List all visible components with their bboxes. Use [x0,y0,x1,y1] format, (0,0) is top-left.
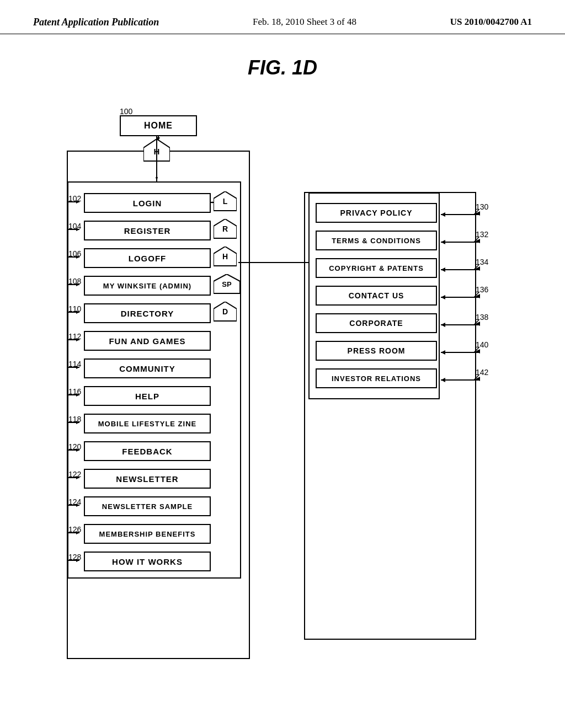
home-box: HOME [120,115,197,136]
home-label: 100 [120,107,132,116]
fig-title: FIG. 1D [0,56,565,79]
svg-marker-76 [441,323,445,327]
svg-marker-80 [441,378,445,382]
header-center: Feb. 18, 2010 Sheet 3 of 48 [253,17,356,28]
left-border [67,181,241,579]
header-right: US 2010/0042700 A1 [450,17,532,28]
svg-marker-78 [441,350,445,355]
svg-marker-68 [441,212,445,217]
svg-marker-72 [441,267,445,272]
right-border [308,192,440,399]
header-left: Patent Application Publication [33,17,159,28]
svg-marker-70 [441,240,445,244]
svg-marker-82 [156,177,158,181]
diagram: 100 HOME H 102 LOGIN L 130 104 R [34,96,531,675]
svg-marker-74 [441,295,445,299]
patent-header: Patent Application Publication Feb. 18, … [0,0,565,34]
